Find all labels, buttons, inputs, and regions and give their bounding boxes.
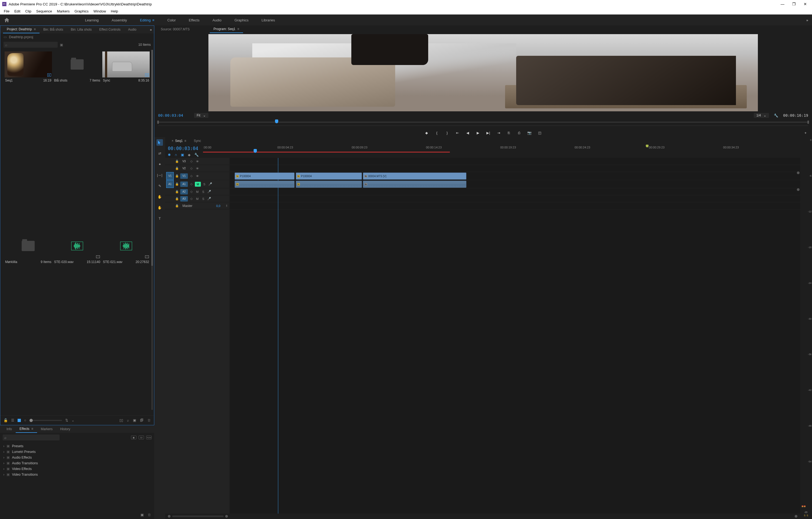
track-scroll-thumb-top[interactable] [797,171,800,174]
track-header-v1[interactable]: V1🔒V1◇👁 [165,172,230,180]
new-custom-bin-icon[interactable]: ▣ [141,513,144,517]
timeline-clip[interactable]: fx [235,181,294,188]
close-tab-icon[interactable]: × [172,139,174,143]
workspace-libraries[interactable]: Libraries [261,18,275,22]
yuv-fx-badge-icon[interactable]: YUV [146,436,151,439]
lock-icon[interactable]: 🔒 [174,197,180,200]
track-header-a2[interactable]: 🔒A2◇MS🎤 [165,188,230,195]
source-patch-a1[interactable]: A1 [166,180,174,188]
linked-selection-icon[interactable]: ▣ [181,153,184,157]
sort-icon[interactable]: ⇅ [65,418,68,422]
menu-clip[interactable]: Clip [23,9,33,14]
step-back-button[interactable]: ◀ [466,131,470,135]
menu-window[interactable]: Window [91,9,108,14]
tab-bin-lilla[interactable]: Bin: Lilla shots [67,26,95,33]
toggle-track-output-icon[interactable]: 👁 [194,174,200,178]
tab-effects[interactable]: Effects ≡ [16,425,37,433]
thumbnail-size-slider[interactable] [29,420,62,421]
timeline-marker[interactable] [646,145,648,147]
bin-item-ste020[interactable]: ↔ STE-020.wav15:11140 [54,233,101,413]
new-bin-from-search-icon[interactable]: ▣ [60,43,63,47]
bin-item-morklilla[interactable]: Mørklilla9 Items [5,233,52,413]
pen-tool[interactable]: ✋ [156,193,163,200]
timeline-clip[interactable]: fxP100004 [235,172,294,180]
hand-tool[interactable]: ✋ [156,204,163,211]
tree-row-video-transitions[interactable]: ›▣Video Transitions [3,472,151,477]
home-icon[interactable] [4,18,9,22]
sync-lock-icon[interactable]: ◇ [188,167,194,170]
master-track-value[interactable]: 0,0 [216,204,220,208]
solo-button[interactable]: S [200,197,206,200]
accelerated-fx-badge-icon[interactable]: ▣ [131,436,137,439]
tab-project[interactable]: Project: Deathtrip ≡ [3,26,39,33]
voice-over-icon[interactable]: 🎤 [207,182,213,186]
bin-item-seq1[interactable]: ⊞ Seq116:19 [5,52,52,231]
master-meter-icon[interactable]: ⫴ [224,204,230,208]
clip-fx-badge-icon[interactable]: fx [297,175,300,177]
mute-button[interactable]: M [194,190,200,193]
timeline-tab-menu-icon[interactable]: ≡ [184,139,186,143]
track-header-v3[interactable]: 🔒V3◇👁 [165,158,230,165]
find-icon[interactable]: ⌕ [127,418,129,422]
mute-button[interactable]: M [194,197,200,200]
bin-scrollbar[interactable] [151,50,153,410]
clip-fx-badge-icon[interactable]: fx [236,175,239,177]
icon-view-icon[interactable] [18,419,21,422]
lock-icon[interactable]: 🔒 [174,182,180,186]
export-frame-button[interactable]: 📷 [527,131,531,135]
window-maximize-button[interactable]: ❐ [791,2,796,6]
add-marker-icon[interactable]: ◆ [188,153,191,157]
workspace-audio[interactable]: Audio [212,18,222,22]
timeline-horizontal-scroll[interactable] [165,514,800,519]
sort-menu-icon[interactable]: ⌄ [71,418,75,422]
workspace-learning[interactable]: Learning [85,18,99,22]
workspace-editing-menu-icon[interactable]: ≡ [152,18,154,22]
list-view-icon[interactable]: ☰ [11,418,14,422]
tree-row-video-effects[interactable]: ›▣Video Effects [3,466,151,472]
menu-help[interactable]: Help [109,9,120,14]
lane-a3[interactable] [230,195,800,202]
window-minimize-button[interactable]: — [780,2,785,6]
slip-tool[interactable]: ✎ [156,183,163,189]
timeline-clip[interactable]: fxP100004 [296,172,362,180]
mark-in-button[interactable]: { [435,131,439,135]
bin-item-ste021[interactable]: ↔ STE-021.wav20:27632 [102,233,150,413]
extract-button[interactable]: ⎙ [517,131,521,135]
settings-wrench-icon[interactable]: 🔧 [774,113,778,117]
window-close-button[interactable]: ✕ [803,2,808,6]
lock-icon[interactable]: 🔒 [174,174,180,178]
workspace-color[interactable]: Color [167,18,176,22]
workspace-effects[interactable]: Effects [188,18,200,22]
workspace-overflow-icon[interactable]: » [806,18,808,22]
toggle-track-output-icon[interactable]: 👁 [194,160,200,163]
menu-graphics[interactable]: Graphics [72,9,91,14]
go-to-in-button[interactable]: ⇤ [455,131,460,135]
lane-a2[interactable] [230,188,800,195]
timeline-clip[interactable]: fx00004.MTS [V] [363,172,466,180]
tab-info[interactable]: Info [3,425,16,433]
play-button[interactable]: ▶ [476,131,480,135]
track-header-a3[interactable]: 🔒A3◇MS🎤 [165,195,230,202]
voice-over-icon[interactable]: 🎤 [206,190,212,193]
menu-sequence[interactable]: Sequence [34,9,54,14]
insert-sequence-icon[interactable]: ✱ [168,153,171,157]
timeline-clip[interactable]: fx [296,181,362,188]
sync-lock-icon[interactable]: ◇ [188,197,194,200]
track-target-v3[interactable]: V3 [180,159,188,164]
tab-source-monitor[interactable]: Source: 00007.MTS [157,25,194,33]
track-target-v2[interactable]: V2 [180,166,188,171]
tree-row-audio-effects[interactable]: ›▣Audio Effects [3,455,151,460]
new-item-icon[interactable]: 🗐 [140,418,143,422]
write-toggle-icon[interactable]: 🔓 [3,418,8,422]
bin-item-sync[interactable]: ⊞ Sync8:35:16 [102,52,150,231]
32bit-fx-badge-icon[interactable]: 32 [139,436,144,439]
lift-button[interactable]: ⎘ [507,131,511,135]
delete-custom-item-icon[interactable]: 🗑 [147,513,151,517]
mark-out-button[interactable]: } [445,131,449,135]
timeline-track-lanes[interactable]: fxP100004fxP100004fx00004.MTS [V]fxfxfx [230,158,800,514]
lock-icon[interactable]: 🔒 [174,167,180,170]
tab-project-menu-icon[interactable]: ≡ [33,27,36,31]
lock-icon[interactable]: 🔒 [174,160,180,163]
snap-icon[interactable]: ∩ [175,153,177,157]
delete-icon[interactable]: 🗑 [147,418,151,422]
